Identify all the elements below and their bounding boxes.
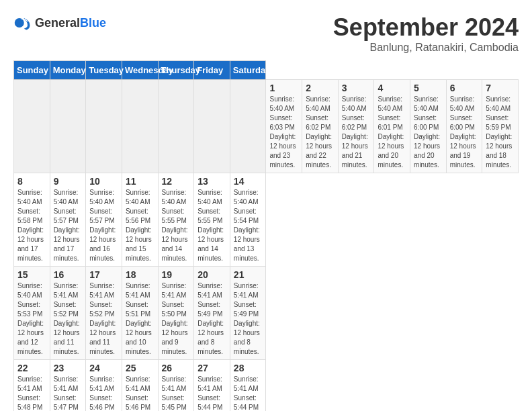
day-number: 24 — [89, 363, 118, 373]
day-info: Sunrise: 5:41 AM Sunset: 5:51 PM Dayligh… — [126, 281, 154, 357]
calendar-cell: 12Sunrise: 5:40 AM Sunset: 5:55 PM Dayli… — [158, 173, 194, 267]
calendar-cell: 22Sunrise: 5:41 AM Sunset: 5:48 PM Dayli… — [14, 360, 50, 412]
calendar-week-row: 22Sunrise: 5:41 AM Sunset: 5:48 PM Dayli… — [14, 360, 519, 412]
calendar-cell: 6Sunrise: 5:40 AM Sunset: 6:00 PM Daylig… — [446, 80, 482, 173]
day-number: 17 — [89, 269, 118, 280]
calendar-cell: 4Sunrise: 5:40 AM Sunset: 6:01 PM Daylig… — [374, 80, 410, 173]
day-number: 6 — [450, 83, 479, 93]
calendar-cell: 14Sunrise: 5:40 AM Sunset: 5:54 PM Dayli… — [230, 173, 266, 267]
day-info: Sunrise: 5:41 AM Sunset: 5:46 PM Dayligh… — [126, 375, 154, 411]
svg-point-0 — [15, 18, 24, 28]
day-number: 3 — [342, 83, 371, 93]
day-number: 4 — [378, 83, 406, 93]
day-number: 18 — [126, 269, 154, 280]
day-number: 21 — [234, 269, 263, 280]
day-number: 23 — [54, 363, 83, 373]
day-info: Sunrise: 5:41 AM Sunset: 5:45 PM Dayligh… — [162, 375, 191, 411]
day-info: Sunrise: 5:40 AM Sunset: 5:58 PM Dayligh… — [17, 188, 46, 263]
day-info: Sunrise: 5:41 AM Sunset: 5:47 PM Dayligh… — [54, 375, 83, 411]
column-header-monday: Monday — [50, 61, 86, 80]
day-info: Sunrise: 5:41 AM Sunset: 5:50 PM Dayligh… — [162, 281, 191, 357]
calendar-cell — [50, 80, 86, 173]
day-info: Sunrise: 5:40 AM Sunset: 5:56 PM Dayligh… — [126, 188, 154, 263]
day-info: Sunrise: 5:40 AM Sunset: 5:55 PM Dayligh… — [197, 188, 226, 263]
day-number: 22 — [17, 363, 46, 373]
calendar-cell — [230, 80, 266, 173]
day-info: Sunrise: 5:40 AM Sunset: 6:00 PM Dayligh… — [450, 95, 479, 170]
calendar-table: SundayMondayTuesdayWednesdayThursdayFrid… — [13, 60, 519, 411]
day-number: 1 — [269, 83, 298, 93]
day-number: 9 — [54, 176, 83, 187]
calendar-cell: 27Sunrise: 5:41 AM Sunset: 5:44 PM Dayli… — [194, 360, 230, 412]
column-header-sunday: Sunday — [14, 61, 50, 80]
day-number: 19 — [162, 269, 191, 280]
calendar-cell: 8Sunrise: 5:40 AM Sunset: 5:58 PM Daylig… — [14, 173, 50, 267]
header: GeneralBlue September 2024 Banlung, Rata… — [13, 13, 519, 54]
day-info: Sunrise: 5:41 AM Sunset: 5:44 PM Dayligh… — [234, 375, 263, 411]
calendar-cell: 26Sunrise: 5:41 AM Sunset: 5:45 PM Dayli… — [158, 360, 194, 412]
location-title: Banlung, Ratanakiri, Cambodia — [333, 42, 519, 54]
column-header-wednesday: Wednesday — [122, 61, 158, 80]
calendar-cell: 18Sunrise: 5:41 AM Sunset: 5:51 PM Dayli… — [122, 267, 158, 360]
day-number: 14 — [234, 176, 263, 187]
day-number: 2 — [306, 83, 335, 93]
calendar-cell — [86, 80, 122, 173]
day-info: Sunrise: 5:40 AM Sunset: 6:01 PM Dayligh… — [378, 95, 406, 170]
logo-general: General — [35, 16, 80, 30]
day-number: 5 — [414, 83, 443, 93]
day-info: Sunrise: 5:41 AM Sunset: 5:49 PM Dayligh… — [197, 281, 226, 357]
calendar-cell: 15Sunrise: 5:40 AM Sunset: 5:53 PM Dayli… — [14, 267, 50, 360]
calendar-cell: 20Sunrise: 5:41 AM Sunset: 5:49 PM Dayli… — [194, 267, 230, 360]
calendar-body: 1Sunrise: 5:40 AM Sunset: 6:03 PM Daylig… — [14, 80, 519, 412]
day-info: Sunrise: 5:41 AM Sunset: 5:49 PM Dayligh… — [234, 281, 263, 357]
calendar-cell — [158, 80, 194, 173]
day-info: Sunrise: 5:40 AM Sunset: 5:57 PM Dayligh… — [54, 188, 83, 263]
day-number: 16 — [54, 269, 83, 280]
calendar-cell: 1Sunrise: 5:40 AM Sunset: 6:03 PM Daylig… — [266, 80, 302, 173]
calendar-cell: 10Sunrise: 5:40 AM Sunset: 5:57 PM Dayli… — [86, 173, 122, 267]
day-number: 26 — [162, 363, 191, 373]
day-number: 27 — [197, 363, 226, 373]
calendar-cell: 11Sunrise: 5:40 AM Sunset: 5:56 PM Dayli… — [122, 173, 158, 267]
day-info: Sunrise: 5:40 AM Sunset: 6:03 PM Dayligh… — [269, 95, 298, 170]
day-info: Sunrise: 5:41 AM Sunset: 5:52 PM Dayligh… — [54, 281, 83, 357]
calendar-cell: 24Sunrise: 5:41 AM Sunset: 5:46 PM Dayli… — [86, 360, 122, 412]
day-number: 13 — [197, 176, 226, 187]
day-info: Sunrise: 5:40 AM Sunset: 5:59 PM Dayligh… — [486, 95, 515, 170]
calendar-cell: 9Sunrise: 5:40 AM Sunset: 5:57 PM Daylig… — [50, 173, 86, 267]
day-info: Sunrise: 5:41 AM Sunset: 5:52 PM Dayligh… — [89, 281, 118, 357]
calendar-cell — [14, 80, 50, 173]
calendar-cell: 7Sunrise: 5:40 AM Sunset: 5:59 PM Daylig… — [482, 80, 519, 173]
column-header-friday: Friday — [194, 61, 230, 80]
day-info: Sunrise: 5:40 AM Sunset: 5:54 PM Dayligh… — [234, 188, 263, 263]
calendar-cell: 16Sunrise: 5:41 AM Sunset: 5:52 PM Dayli… — [50, 267, 86, 360]
calendar-week-row: 1Sunrise: 5:40 AM Sunset: 6:03 PM Daylig… — [14, 80, 519, 173]
day-info: Sunrise: 5:41 AM Sunset: 5:48 PM Dayligh… — [17, 375, 46, 411]
calendar-cell — [194, 80, 230, 173]
column-header-thursday: Thursday — [158, 61, 194, 80]
calendar-cell: 25Sunrise: 5:41 AM Sunset: 5:46 PM Dayli… — [122, 360, 158, 412]
logo: GeneralBlue — [13, 13, 106, 32]
day-info: Sunrise: 5:40 AM Sunset: 6:02 PM Dayligh… — [342, 95, 371, 170]
calendar-cell: 21Sunrise: 5:41 AM Sunset: 5:49 PM Dayli… — [230, 267, 266, 360]
calendar-cell: 28Sunrise: 5:41 AM Sunset: 5:44 PM Dayli… — [230, 360, 266, 412]
calendar-cell: 2Sunrise: 5:40 AM Sunset: 6:02 PM Daylig… — [302, 80, 339, 173]
day-number: 12 — [162, 176, 191, 187]
calendar-cell: 17Sunrise: 5:41 AM Sunset: 5:52 PM Dayli… — [86, 267, 122, 360]
column-header-saturday: Saturday — [230, 61, 266, 80]
day-number: 25 — [126, 363, 154, 373]
day-number: 10 — [89, 176, 118, 187]
day-number: 15 — [17, 269, 46, 280]
day-number: 28 — [234, 363, 263, 373]
logo-blue: Blue — [80, 16, 106, 30]
calendar-week-row: 8Sunrise: 5:40 AM Sunset: 5:58 PM Daylig… — [14, 173, 519, 267]
day-info: Sunrise: 5:40 AM Sunset: 5:53 PM Dayligh… — [17, 281, 46, 357]
calendar-cell: 19Sunrise: 5:41 AM Sunset: 5:50 PM Dayli… — [158, 267, 194, 360]
day-info: Sunrise: 5:40 AM Sunset: 6:00 PM Dayligh… — [414, 95, 443, 170]
day-info: Sunrise: 5:41 AM Sunset: 5:44 PM Dayligh… — [197, 375, 226, 411]
day-number: 20 — [197, 269, 226, 280]
calendar-cell: 13Sunrise: 5:40 AM Sunset: 5:55 PM Dayli… — [194, 173, 230, 267]
logo-text: GeneralBlue — [35, 16, 106, 30]
calendar-cell: 23Sunrise: 5:41 AM Sunset: 5:47 PM Dayli… — [50, 360, 86, 412]
calendar-cell — [122, 80, 158, 173]
